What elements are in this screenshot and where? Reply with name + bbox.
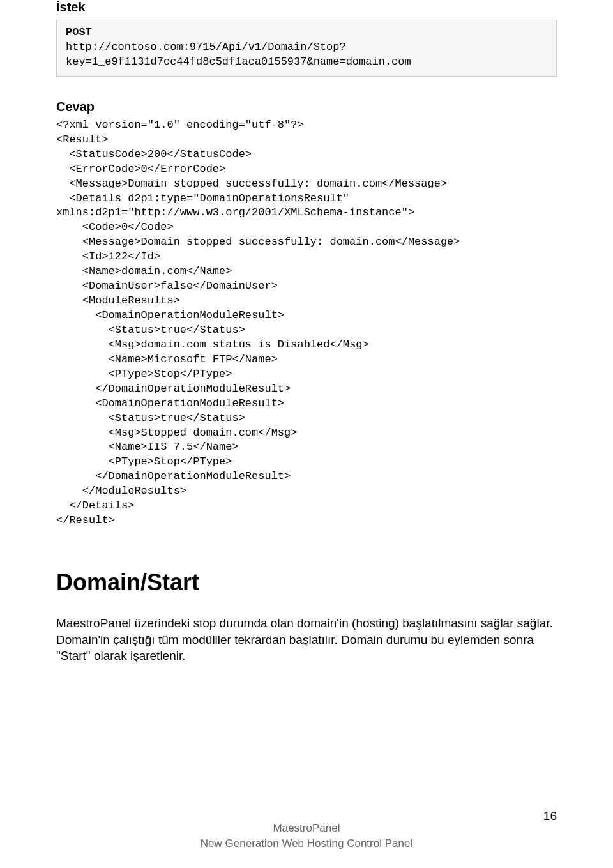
request-heading: İstek bbox=[56, 0, 557, 15]
footer-line-2: New Generation Web Hosting Control Panel bbox=[0, 836, 613, 851]
footer-line-1: MaestroPanel bbox=[0, 821, 613, 836]
endpoint-description: MaestroPanel üzerindeki stop durumda ola… bbox=[56, 615, 557, 664]
response-xml-block: <?xml version="1.0" encoding="utf-8"?> <… bbox=[56, 118, 557, 528]
request-code-block: POST http://contoso.com:9715/Api/v1/Doma… bbox=[56, 19, 557, 77]
endpoint-heading: Domain/Start bbox=[56, 569, 557, 596]
request-url: http://contoso.com:9715/Api/v1/Domain/St… bbox=[66, 41, 411, 68]
response-heading: Cevap bbox=[56, 100, 557, 114]
http-method: POST bbox=[66, 26, 92, 38]
page-footer: MaestroPanel New Generation Web Hosting … bbox=[0, 821, 613, 851]
